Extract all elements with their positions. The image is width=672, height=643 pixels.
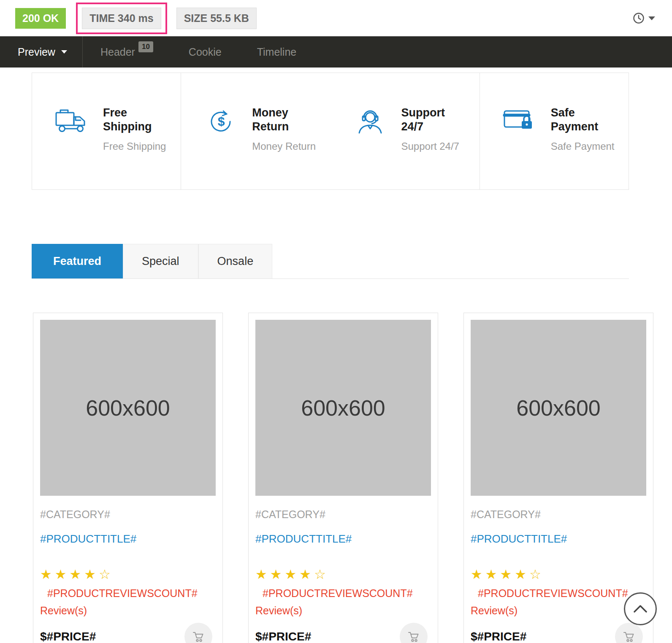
product-category: #CATEGORY# bbox=[255, 508, 431, 521]
chevron-down-icon bbox=[648, 16, 655, 20]
tab-special[interactable]: Special bbox=[123, 244, 198, 278]
svg-text:$: $ bbox=[218, 114, 225, 128]
add-to-cart-button[interactable] bbox=[184, 623, 212, 643]
response-status-bar: 200 OK TIME 340 ms SIZE 55.5 KB bbox=[0, 0, 672, 36]
tab-cookie-label: Cookie bbox=[189, 46, 222, 58]
cart-icon bbox=[407, 630, 420, 643]
feature-subtitle: Free Shipping bbox=[103, 140, 171, 152]
chevron-up-icon bbox=[633, 604, 648, 613]
product-title-link[interactable]: #PRODUCTTITLE# bbox=[255, 532, 431, 546]
product-price: $#PRICE# bbox=[471, 630, 526, 643]
feature-subtitle: Support 24/7 bbox=[401, 140, 469, 152]
tab-preview[interactable]: Preview bbox=[0, 36, 83, 68]
cart-icon bbox=[623, 630, 635, 643]
tab-header[interactable]: Header 10 bbox=[83, 36, 171, 68]
product-reviews: #PRODUCTREVIEWSCOUNT# Review(s) bbox=[255, 588, 431, 616]
reviews-label: Review(s) bbox=[40, 605, 216, 616]
time-badge: TIME 340 ms bbox=[82, 8, 161, 29]
time-annotation-highlight: TIME 340 ms bbox=[76, 3, 167, 34]
stars-filled: ★★★★ bbox=[255, 567, 314, 582]
price-row: $#PRICE# bbox=[255, 623, 431, 643]
feature-title: Free Shipping bbox=[103, 106, 166, 134]
product-tabs: Featured Special Onsale bbox=[32, 244, 629, 279]
reviews-count: #PRODUCTREVIEWSCOUNT# bbox=[40, 588, 216, 599]
price-row: $#PRICE# bbox=[40, 623, 216, 643]
product-image-placeholder: 600x600 bbox=[471, 320, 646, 496]
reviews-label: Review(s) bbox=[255, 605, 431, 616]
response-tabs-bar: Preview Header 10 Cookie Timeline bbox=[0, 36, 672, 68]
product-price: $#PRICE# bbox=[40, 630, 96, 643]
product-price: $#PRICE# bbox=[255, 630, 311, 643]
safe-payment-icon bbox=[503, 107, 538, 136]
add-to-cart-button[interactable] bbox=[400, 623, 428, 643]
product-image-placeholder: 600x600 bbox=[255, 320, 431, 496]
reviews-count: #PRODUCTREVIEWSCOUNT# bbox=[255, 588, 431, 599]
product-card: 600x600 #CATEGORY# #PRODUCTTITLE# ★★★★☆ … bbox=[248, 313, 438, 643]
feature-title: Support 24/7 bbox=[401, 106, 465, 134]
header-count-badge: 10 bbox=[138, 41, 153, 52]
product-reviews: #PRODUCTREVIEWSCOUNT# Review(s) bbox=[40, 588, 216, 616]
status-badge: 200 OK bbox=[15, 8, 66, 29]
image-size-text: 600x600 bbox=[86, 395, 170, 421]
star-empty: ☆ bbox=[529, 567, 544, 582]
product-rating: ★★★★☆ bbox=[471, 567, 646, 582]
support-headset-icon bbox=[353, 107, 389, 136]
product-card: 600x600 #CATEGORY# #PRODUCTTITLE# ★★★★☆ … bbox=[463, 313, 653, 643]
reviews-count: #PRODUCTREVIEWSCOUNT# bbox=[471, 588, 646, 599]
product-rating: ★★★★☆ bbox=[255, 567, 431, 582]
tab-featured[interactable]: Featured bbox=[32, 244, 123, 278]
feature-subtitle: Money Return bbox=[252, 140, 320, 152]
feature-title: Money Return bbox=[252, 106, 315, 134]
star-empty: ☆ bbox=[99, 567, 114, 582]
clock-icon bbox=[632, 12, 645, 24]
cart-icon bbox=[192, 630, 205, 643]
feature-safe-payment: Safe Payment Safe Payment bbox=[480, 73, 629, 189]
history-dropdown[interactable] bbox=[632, 12, 655, 24]
reviews-label: Review(s) bbox=[471, 605, 646, 616]
image-size-text: 600x600 bbox=[301, 395, 385, 421]
product-card: 600x600 #CATEGORY# #PRODUCTTITLE# ★★★★☆ … bbox=[33, 313, 223, 643]
feature-support: Support 24/7 Support 24/7 bbox=[331, 73, 480, 189]
product-reviews: #PRODUCTREVIEWSCOUNT# Review(s) bbox=[471, 588, 646, 616]
image-size-text: 600x600 bbox=[516, 395, 601, 421]
scroll-to-top-button[interactable] bbox=[624, 592, 657, 625]
stars-filled: ★★★★ bbox=[471, 567, 529, 582]
product-image-placeholder: 600x600 bbox=[40, 320, 216, 496]
product-title-link[interactable]: #PRODUCTTITLE# bbox=[471, 532, 646, 546]
size-badge: SIZE 55.5 KB bbox=[176, 8, 257, 29]
money-return-icon: $ bbox=[204, 107, 239, 136]
product-title-link[interactable]: #PRODUCTTITLE# bbox=[40, 532, 216, 546]
product-category: #CATEGORY# bbox=[471, 508, 646, 521]
product-rating: ★★★★☆ bbox=[40, 567, 216, 582]
product-category: #CATEGORY# bbox=[40, 508, 216, 521]
feature-title: Safe Payment bbox=[551, 106, 614, 134]
stars-filled: ★★★★ bbox=[40, 567, 99, 582]
product-grid: 600x600 #CATEGORY# #PRODUCTTITLE# ★★★★☆ … bbox=[33, 313, 653, 643]
chevron-down-icon bbox=[61, 50, 67, 54]
tab-preview-label: Preview bbox=[18, 46, 55, 58]
price-row: $#PRICE# bbox=[471, 623, 646, 643]
star-empty: ☆ bbox=[314, 567, 329, 582]
feature-money-return: $ Money Return Money Return bbox=[181, 73, 330, 189]
tab-header-label: Header bbox=[100, 46, 135, 58]
feature-free-shipping: Free Shipping Free Shipping bbox=[32, 73, 181, 189]
feature-subtitle: Safe Payment bbox=[551, 140, 618, 152]
tab-cookie[interactable]: Cookie bbox=[171, 36, 239, 68]
tab-onsale[interactable]: Onsale bbox=[198, 244, 273, 278]
tab-timeline[interactable]: Timeline bbox=[239, 36, 314, 68]
tab-timeline-label: Timeline bbox=[257, 46, 297, 58]
add-to-cart-button[interactable] bbox=[615, 623, 643, 643]
shipping-truck-icon bbox=[55, 107, 90, 136]
features-strip: Free Shipping Free Shipping $ Money Retu… bbox=[32, 73, 629, 190]
